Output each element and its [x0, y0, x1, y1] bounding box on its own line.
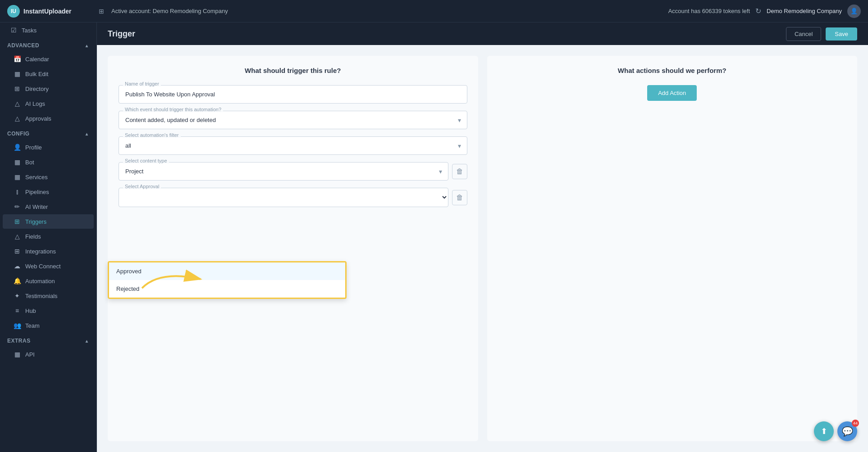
sidebar-item-integrations[interactable]: ⊞ Integrations: [3, 244, 94, 258]
sidebar-item-services[interactable]: ▦ Services: [3, 170, 94, 184]
ai-logs-icon: △: [14, 100, 21, 107]
extras-section-label: Extras: [7, 338, 31, 344]
event-select[interactable]: Content added, updated or deleted: [119, 111, 467, 129]
sidebar: ☑ Tasks Advanced ▲ 📅 Calendar ▦ Bulk Edi…: [0, 23, 97, 452]
sidebar-section-extras[interactable]: Extras ▲: [0, 333, 96, 347]
pin-icon[interactable]: ⊞: [99, 8, 104, 15]
trigger-right-panel: What actions should we perform? Add Acti…: [487, 56, 858, 441]
avatar[interactable]: 👤: [847, 5, 861, 18]
ai-writer-icon: ✏: [14, 203, 21, 210]
event-trigger-group: Which event should trigger this automati…: [119, 111, 467, 129]
integrations-label: Integrations: [25, 248, 56, 255]
name-input[interactable]: [119, 85, 467, 104]
automation-icon: 🔔: [14, 277, 21, 285]
approvals-label: Approvals: [25, 115, 51, 122]
sidebar-item-automation[interactable]: 🔔 Automation: [3, 274, 94, 288]
content-type-label: Select content type: [123, 158, 169, 163]
floating-up-icon[interactable]: ⬆: [814, 421, 834, 441]
calendar-icon: 📅: [14, 55, 21, 63]
name-label: Name of trigger: [123, 81, 161, 86]
refresh-icon[interactable]: ↻: [755, 7, 761, 15]
integrations-icon: ⊞: [14, 248, 21, 255]
sidebar-item-bot[interactable]: ▦ Bot: [3, 155, 94, 169]
floating-chat-button[interactable]: 💬 44: [837, 421, 857, 441]
sidebar-item-pipelines[interactable]: ⫿ Pipelines: [3, 185, 94, 199]
filter-select[interactable]: all: [119, 136, 467, 155]
pipelines-icon: ⫿: [14, 188, 21, 195]
sidebar-section-advanced[interactable]: Advanced ▲: [0, 38, 96, 51]
add-action-button[interactable]: Add Action: [647, 85, 697, 101]
dropdown-option-rejected[interactable]: Rejected: [109, 280, 345, 298]
approval-label: Select Approval: [123, 184, 161, 189]
config-section-label: Config: [7, 131, 30, 137]
top-header: IU InstantUploader ⊞ Active account: Dem…: [0, 0, 868, 23]
sidebar-item-hub[interactable]: ≡ Hub: [3, 303, 94, 318]
services-label: Services: [25, 174, 48, 181]
tasks-icon: ☑: [10, 27, 17, 34]
sidebar-item-team[interactable]: 👥 Team: [3, 318, 94, 333]
header-right: Account has 606339 tokens left ↻ Demo Re…: [668, 5, 861, 18]
sidebar-item-approvals[interactable]: △ Approvals: [3, 111, 94, 126]
delete-content-type-button[interactable]: 🗑: [452, 164, 467, 179]
api-label: API: [25, 351, 35, 358]
active-account-label: Active account: Demo Remodeling Company: [104, 8, 668, 14]
testimonials-icon: ✦: [14, 292, 21, 299]
page-title: Trigger: [108, 29, 135, 39]
logo-icon: IU: [7, 5, 20, 18]
sidebar-item-fields[interactable]: △ Fields: [3, 229, 94, 244]
sidebar-item-calendar[interactable]: 📅 Calendar: [3, 52, 94, 66]
trigger-left-panel: What should trigger this rule? Name of t…: [108, 56, 478, 441]
tokens-label: Account has 606339 tokens left: [668, 8, 750, 14]
event-select-wrapper: Content added, updated or deleted: [119, 111, 467, 129]
advanced-section-label: Advanced: [7, 42, 39, 49]
approval-group: Select Approval Approved Rejected: [119, 188, 448, 207]
logo-text: InstantUploader: [23, 8, 72, 15]
sidebar-item-triggers[interactable]: ⊞ Triggers: [3, 214, 94, 229]
dropdown-option-approved[interactable]: Approved: [109, 262, 345, 280]
cancel-button[interactable]: Cancel: [786, 27, 821, 41]
bulk-edit-label: Bulk Edit: [25, 71, 48, 77]
pipelines-label: Pipelines: [25, 189, 49, 195]
name-of-trigger-group: Name of trigger: [119, 85, 467, 104]
sidebar-section-config[interactable]: Config ▲: [0, 126, 96, 140]
sidebar-item-bulk-edit[interactable]: ▦ Bulk Edit: [3, 67, 94, 81]
team-icon: 👥: [14, 322, 21, 329]
filter-group: Select automation's filter all: [119, 136, 467, 155]
extras-chevron: ▲: [85, 339, 89, 344]
config-chevron: ▲: [85, 131, 89, 136]
advanced-chevron: ▲: [85, 43, 89, 48]
ai-writer-label: AI Writer: [25, 203, 48, 210]
sidebar-item-profile[interactable]: 👤 Profile: [3, 140, 94, 154]
save-button[interactable]: Save: [826, 27, 857, 41]
event-label: Which event should trigger this automati…: [123, 107, 223, 112]
approval-dropdown-overlay: Approved Rejected: [108, 261, 347, 299]
directory-label: Directory: [25, 86, 49, 92]
sidebar-item-api[interactable]: ▦ API: [3, 347, 94, 362]
bulk-edit-icon: ▦: [14, 70, 21, 77]
triggers-label: Triggers: [25, 218, 46, 225]
main-layout: ☑ Tasks Advanced ▲ 📅 Calendar ▦ Bulk Edi…: [0, 23, 868, 452]
sidebar-item-tasks[interactable]: ☑ Tasks: [3, 23, 94, 37]
content-area: Trigger Cancel Save What should trigger …: [97, 23, 868, 452]
sidebar-item-web-connect[interactable]: ☁ Web Connect: [3, 259, 94, 273]
chat-badge: 44: [852, 420, 859, 427]
sidebar-item-directory[interactable]: ⊞ Directory: [3, 81, 94, 96]
bot-label: Bot: [25, 159, 34, 166]
content-type-select[interactable]: Project: [119, 162, 448, 181]
delete-approval-button[interactable]: 🗑: [452, 190, 467, 205]
tasks-label: Tasks: [22, 27, 37, 34]
hub-label: Hub: [25, 307, 36, 314]
sidebar-item-ai-logs[interactable]: △ AI Logs: [3, 96, 94, 111]
profile-label: Profile: [25, 144, 42, 151]
approval-select[interactable]: Approved Rejected: [119, 188, 448, 207]
directory-icon: ⊞: [14, 85, 21, 92]
content-type-group: Select content type Project: [119, 162, 448, 181]
bot-icon: ▦: [14, 158, 21, 166]
sidebar-item-ai-writer[interactable]: ✏ AI Writer: [3, 199, 94, 214]
filter-label: Select automation's filter: [123, 132, 181, 138]
approval-row: Select Approval Approved Rejected 🗑: [119, 188, 467, 207]
testimonials-label: Testimonials: [25, 293, 58, 299]
sidebar-item-testimonials[interactable]: ✦ Testimonials: [3, 289, 94, 303]
left-panel-title: What should trigger this rule?: [119, 67, 467, 74]
automation-label: Automation: [25, 278, 55, 285]
